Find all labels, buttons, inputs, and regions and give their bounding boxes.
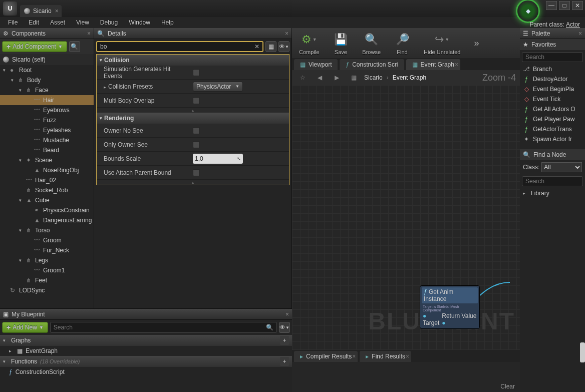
tool-browse[interactable]: 🔍Browse: [359, 30, 384, 56]
view-options-button[interactable]: 👁▼: [279, 322, 290, 333]
node-search-input[interactable]: [525, 178, 585, 185]
chevron-right-icon[interactable]: ▸: [104, 85, 106, 90]
favorite-button[interactable]: ☆: [296, 72, 309, 84]
menu-help[interactable]: Help: [156, 18, 179, 27]
checkbox[interactable]: [193, 97, 200, 104]
tree-item-torso[interactable]: ▾⋔Torso: [0, 225, 94, 235]
graph-node-get-anim-instance[interactable]: ƒ Get Anim Instance Target is Skeletal M…: [420, 285, 480, 329]
tree-item-fuzz[interactable]: 〰Fuzz: [0, 115, 94, 125]
maximize-button[interactable]: □: [559, 1, 570, 10]
palette-search-box[interactable]: 🔍: [522, 52, 583, 62]
tool-hide-unrelated[interactable]: ↪▼Hide Unrelated: [421, 30, 463, 56]
tree-item-physicsconstrain[interactable]: ⚭PhysicsConstrain: [0, 205, 94, 215]
nav-home-button[interactable]: ▦: [347, 72, 360, 84]
eventgraph-item[interactable]: ▸ ▦ EventGraph: [0, 346, 292, 356]
constructionscript-item[interactable]: ƒ ConstructionScript: [0, 367, 292, 377]
checkbox[interactable]: [193, 141, 200, 148]
blueprint-root-row[interactable]: Sicario (self): [0, 54, 94, 65]
favorites-header[interactable]: ★ Favorites: [520, 39, 585, 50]
close-icon[interactable]: ×: [55, 8, 59, 15]
close-button[interactable]: ✕: [572, 1, 583, 10]
palette-item-event-tick[interactable]: ◇Event Tick: [520, 94, 585, 104]
tree-item-root[interactable]: ▾●Root: [0, 65, 94, 75]
node-pin-in[interactable]: ● Target: [423, 312, 442, 326]
prop-value[interactable]: [190, 127, 289, 134]
palette-item-get-all-actors-o[interactable]: ƒGet All Actors O: [520, 104, 585, 114]
tool-find[interactable]: 🔎Find: [391, 30, 414, 56]
search-components-button[interactable]: 🔍: [69, 41, 80, 52]
add-component-button[interactable]: + Add Component ▼: [2, 41, 67, 52]
tree-item-noseringobj[interactable]: ▲NoseRingObj: [0, 165, 94, 175]
event-graph-canvas[interactable]: BLUEPRINT ƒ Get Anim Instance Target is …: [292, 85, 520, 350]
compile-status-ring[interactable]: ◆: [516, 0, 540, 23]
chevron-down-icon[interactable]: ▾: [3, 68, 8, 73]
property-matrix-button[interactable]: ▦: [265, 41, 276, 52]
tree-item-groom[interactable]: 〰Groom: [0, 235, 94, 245]
details-search-input[interactable]: [100, 43, 254, 50]
tree-item-socket_rob[interactable]: ⋔Socket_Rob: [0, 185, 94, 195]
prop-value[interactable]: [190, 97, 289, 104]
tree-item-groom1[interactable]: 〰Groom1: [0, 265, 94, 275]
prop-value[interactable]: [190, 169, 289, 176]
functions-section-header[interactable]: ▾ Functions (18 Overridable) +: [0, 356, 292, 367]
prop-value[interactable]: [190, 141, 289, 148]
toolbar-overflow[interactable]: »: [470, 33, 482, 53]
tree-item-scene[interactable]: ▾✦Scene: [0, 155, 94, 165]
palette-item-branch[interactable]: ⎇Branch: [520, 64, 585, 74]
chevron-down-icon[interactable]: ▾: [19, 258, 24, 263]
tree-item-feet[interactable]: ⋔Feet: [0, 275, 94, 285]
chevron-down-icon[interactable]: ▾: [19, 198, 24, 203]
menu-window[interactable]: Window: [124, 18, 155, 27]
clear-button[interactable]: Clear: [500, 383, 515, 390]
chevron-down-icon[interactable]: ▾: [19, 88, 24, 93]
parent-class-link[interactable]: Actor: [566, 21, 580, 28]
tree-item-eyebrows[interactable]: 〰Eyebrows: [0, 105, 94, 115]
checkbox[interactable]: [193, 69, 200, 76]
chevron-down-icon[interactable]: ▾: [11, 78, 16, 83]
palette-tab[interactable]: ☰ Palette ×: [520, 28, 585, 39]
tree-item-dangerousearring[interactable]: ▲DangerousEarring: [0, 215, 94, 225]
tool-compile[interactable]: ⚙▼Compile: [296, 30, 322, 56]
chevron-down-icon[interactable]: ▾: [19, 158, 24, 163]
menu-view[interactable]: View: [71, 18, 94, 27]
category-rendering[interactable]: ▾Rendering: [97, 113, 289, 124]
menu-file[interactable]: File: [3, 18, 23, 27]
prop-value[interactable]: PhysicsActor▼: [190, 82, 289, 92]
palette-item-spawn-actor-fr[interactable]: ✦Spawn Actor fr: [520, 134, 585, 144]
minimize-button[interactable]: —: [546, 1, 557, 10]
prop-value[interactable]: [190, 69, 289, 76]
menu-debug[interactable]: Debug: [95, 18, 123, 27]
tree-item-body[interactable]: ▾⋔Body: [0, 75, 94, 85]
checkbox[interactable]: [193, 127, 200, 134]
my-blueprint-scrollbar[interactable]: [580, 342, 585, 362]
tab-construction-scri[interactable]: ƒConstruction Scri: [340, 59, 404, 70]
tree-item-hair[interactable]: 〰Hair: [0, 95, 94, 105]
palette-search-input[interactable]: [525, 54, 585, 61]
library-item[interactable]: ▸ Library: [520, 188, 585, 198]
palette-item-get-player-paw[interactable]: ƒGet Player Paw: [520, 114, 585, 124]
dropdown[interactable]: PhysicsActor▼: [193, 82, 243, 92]
close-icon[interactable]: ×: [285, 311, 289, 318]
tree-item-legs[interactable]: ▾⋔Legs: [0, 255, 94, 265]
tree-item-eyelashes[interactable]: 〰Eyelashes: [0, 125, 94, 135]
breadcrumb-root[interactable]: Sicario: [364, 74, 383, 81]
palette-item-destroyactor[interactable]: ƒDestroyActor: [520, 74, 585, 84]
menu-asset[interactable]: Asset: [45, 18, 70, 27]
tab-find-results[interactable]: ▸Find Results×: [360, 351, 411, 362]
add-new-button[interactable]: + Add New ▼: [2, 322, 48, 333]
nav-back-button[interactable]: ◀: [313, 72, 326, 84]
my-blueprint-search[interactable]: 🔍: [50, 322, 277, 333]
tree-item-face[interactable]: ▾⋔Face: [0, 85, 94, 95]
graphs-section-header[interactable]: ▾ Graphs +: [0, 335, 292, 346]
details-search-box[interactable]: ✕: [96, 41, 263, 52]
tree-item-fur_neck[interactable]: 〰Fur_Neck: [0, 245, 94, 255]
my-blueprint-search-input[interactable]: [54, 324, 266, 331]
tab-compiler-results[interactable]: ▸Compiler Results×: [294, 351, 358, 362]
expand-grip[interactable]: ▴: [97, 180, 289, 185]
view-options-button[interactable]: 👁▼: [278, 41, 289, 52]
add-graph-button[interactable]: +: [280, 336, 289, 345]
tab-event-graph[interactable]: ▦Event Graph×: [406, 59, 460, 70]
close-icon[interactable]: ×: [87, 30, 91, 37]
node-pin-out[interactable]: Return Value ●: [442, 312, 477, 326]
tree-item-lodsync[interactable]: ↻LODSync: [0, 285, 94, 295]
